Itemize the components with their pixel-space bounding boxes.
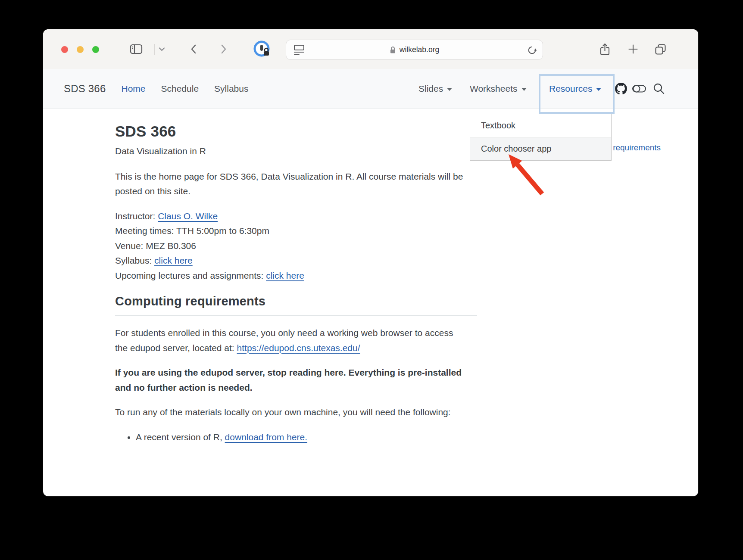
page-title: SDS 366: [115, 122, 503, 140]
nav-link-syllabus[interactable]: Syllabus: [214, 84, 248, 94]
resources-menu: Textbook Color chooser app: [470, 114, 612, 161]
section-heading-computing-requirements: Computing requirements: [115, 293, 477, 316]
onepassword-extension-icon[interactable]: [253, 29, 272, 69]
download-rstudio-link[interactable]: download from here: [250, 495, 331, 496]
menu-item-textbook[interactable]: Textbook: [470, 114, 611, 137]
new-tab-icon[interactable]: [627, 29, 639, 69]
requirements-list: A recent version of R, download from her…: [115, 430, 503, 497]
nav-link-schedule[interactable]: Schedule: [161, 84, 199, 94]
upcoming-link[interactable]: click here: [266, 271, 304, 280]
url-text[interactable]: wilkelab.org: [400, 45, 439, 54]
sidebar-toggle-icon[interactable]: [129, 29, 143, 69]
nav-dropdown-worksheets[interactable]: Worksheets: [470, 69, 527, 109]
download-r-link[interactable]: download from here.: [225, 432, 307, 442]
nav-dropdown-resources[interactable]: Resources: [549, 69, 601, 109]
zoom-button[interactable]: [92, 46, 99, 53]
chevron-down-icon: [447, 88, 452, 91]
minimize-button[interactable]: [77, 46, 84, 53]
theme-toggle-icon[interactable]: [632, 69, 646, 109]
info-line-instructor: Instructor: Claus O. Wilke: [115, 209, 503, 224]
instructor-link[interactable]: Claus O. Wilke: [158, 211, 218, 221]
menu-item-color-chooser-app[interactable]: Color chooser app: [470, 137, 611, 160]
info-line-syllabus: Syllabus: click here: [115, 253, 503, 268]
course-info-block: Instructor: Claus O. Wilke Meeting times…: [115, 209, 503, 283]
search-icon[interactable]: [652, 69, 665, 109]
info-line-upcoming: Upcoming lectures and assignments: click…: [115, 268, 503, 283]
lock-icon: [390, 46, 396, 54]
page-subtitle: Data Visualization in R: [115, 144, 503, 159]
refresh-icon[interactable]: [527, 44, 537, 55]
edupod-paragraph: For students enrolled in this course, yo…: [115, 326, 503, 355]
close-button[interactable]: [61, 46, 68, 53]
share-icon[interactable]: [599, 29, 611, 69]
browser-toolbar: wilkelab.org: [43, 29, 698, 69]
edupod-bold-note: If you are using the edupod server, stop…: [115, 365, 503, 395]
tab-overview-icon[interactable]: [654, 29, 667, 69]
chevron-down-icon[interactable]: [159, 29, 165, 69]
edupod-link[interactable]: https://edupod.cns.utexas.edu/: [237, 343, 360, 353]
site-brand[interactable]: SDS 366: [64, 83, 106, 95]
list-item-r: A recent version of R, download from her…: [136, 430, 503, 445]
intro-paragraph: This is the home page for SDS 366, Data …: [115, 169, 503, 199]
chevron-down-icon: [596, 88, 601, 91]
info-line-meeting-times: Meeting times: TTH 5:00pm to 6:30pm: [115, 224, 503, 239]
list-item-rstudio: A recent version of RStudio, download fr…: [136, 492, 503, 496]
info-line-venue: Venue: MEZ B0.306: [115, 239, 503, 254]
page-content: SDS 366 Data Visualization in R This is …: [115, 122, 503, 496]
github-icon[interactable]: [615, 69, 627, 109]
forward-icon[interactable]: [221, 29, 227, 69]
browser-window: wilkelab.org: [43, 29, 698, 496]
chevron-down-icon: [521, 88, 527, 91]
back-icon[interactable]: [190, 29, 197, 69]
toolbar-divider: [154, 44, 155, 55]
syllabus-link[interactable]: click here: [154, 255, 193, 265]
address-bar[interactable]: wilkelab.org: [286, 40, 543, 60]
site-navbar: SDS 366 Home Schedule Syllabus Slides Wo…: [43, 69, 698, 109]
local-materials-paragraph: To run any of the materials locally on y…: [115, 405, 503, 420]
nav-link-home[interactable]: Home: [121, 84, 145, 94]
nav-dropdown-slides[interactable]: Slides: [418, 69, 452, 109]
